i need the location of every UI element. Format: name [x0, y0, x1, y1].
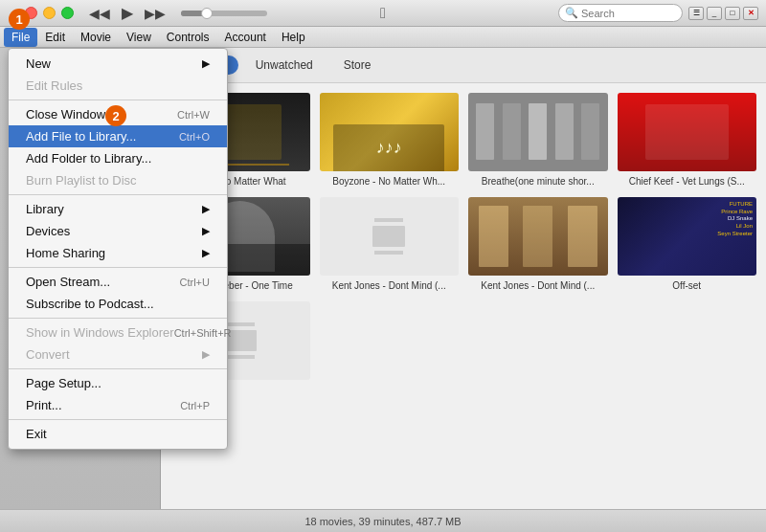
minimize-win-button[interactable]: _: [707, 7, 722, 20]
convert-arrow: ▶: [202, 348, 210, 361]
video-item-3[interactable]: Chief Keef - Vet Lungs (S...: [618, 93, 757, 188]
menu-add-file[interactable]: Add File to Library... Ctrl+O: [9, 125, 227, 147]
menu-open-stream[interactable]: Open Stream... Ctrl+U: [9, 271, 227, 293]
divider-6: [9, 419, 227, 420]
menu-edit[interactable]: Edit: [37, 28, 73, 47]
menu-print[interactable]: Print... Ctrl+P: [9, 394, 227, 416]
divider-5: [9, 368, 227, 369]
search-box[interactable]: 🔍: [558, 4, 683, 22]
library-arrow: ▶: [202, 203, 210, 215]
resize-win-button[interactable]: □: [725, 7, 740, 20]
video-item-2[interactable]: Breathe(one minute shor...: [468, 93, 608, 188]
menu-view[interactable]: View: [119, 28, 159, 47]
search-icon: 🔍: [565, 7, 578, 19]
menu-close-window[interactable]: Close Window Ctrl+W: [9, 103, 227, 125]
divider-3: [9, 267, 227, 268]
content-area: Library Unwatched Store one - No Matter …: [161, 48, 766, 509]
tab-store[interactable]: Store: [330, 55, 385, 75]
status-bar: 18 movies, 39 minutes, 487.7 MB: [0, 509, 766, 532]
video-label-7: Off-set: [618, 279, 757, 292]
menu-library[interactable]: Library ▶: [9, 198, 227, 220]
close-win-button[interactable]: ✕: [743, 7, 758, 20]
video-label-5: Kent Jones - Dont Mind (...: [320, 279, 460, 292]
menu-help[interactable]: Help: [274, 28, 313, 47]
status-text: 18 movies, 39 minutes, 487.7 MB: [304, 516, 461, 527]
menu-show-explorer: Show in Windows Explorer Ctrl+Shift+R: [9, 321, 227, 344]
video-item-6[interactable]: Kent Jones - Dont Mind (...: [468, 197, 608, 292]
minimize-button[interactable]: [43, 7, 56, 19]
list-view-button[interactable]: ☰: [688, 7, 704, 20]
video-item-7[interactable]: FUTURE Prince Rave DJ Snake Lil Jon Seyn…: [618, 197, 757, 292]
menu-account[interactable]: Account: [217, 28, 274, 47]
divider-2: [9, 194, 227, 195]
tab-unwatched[interactable]: Unwatched: [242, 55, 327, 75]
new-arrow: ▶: [202, 57, 210, 70]
video-item-5[interactable]: Kent Jones - Dont Mind (...: [320, 197, 460, 292]
menu-exit[interactable]: Exit: [9, 423, 227, 445]
playback-controls: ◀◀ ▶ ▶▶: [85, 2, 267, 24]
rewind-button[interactable]: ◀◀: [85, 4, 114, 23]
video-label-3: Chief Keef - Vet Lungs (S...: [618, 175, 757, 188]
menu-home-sharing[interactable]: Home Sharing ▶: [9, 242, 227, 264]
apple-logo: : [380, 5, 386, 22]
video-grid: one - No Matter What ♪♪♪ Boyzone - No Ma…: [161, 83, 766, 509]
file-dropdown-menu[interactable]: New ▶ Edit Rules Close Window Ctrl+W Add…: [8, 48, 228, 450]
video-label-1: Boyzone - No Matter Wh...: [320, 175, 460, 188]
menu-new[interactable]: New ▶: [9, 53, 227, 75]
divider-1: [9, 100, 227, 100]
menu-bar: File Edit Movie View Controls Account He…: [0, 27, 766, 48]
step-1-circle: 1: [9, 9, 30, 30]
video-label-6: Kent Jones - Dont Mind (...: [468, 279, 608, 292]
progress-bar[interactable]: [181, 11, 267, 16]
menu-convert: Convert ▶: [9, 344, 227, 366]
menu-controls[interactable]: Controls: [159, 28, 217, 47]
divider-4: [9, 318, 227, 319]
play-button[interactable]: ▶: [118, 2, 137, 24]
menu-page-setup[interactable]: Page Setup...: [9, 372, 227, 394]
menu-file[interactable]: File: [4, 28, 37, 47]
maximize-button[interactable]: [61, 7, 74, 19]
search-input[interactable]: [581, 8, 676, 19]
menu-devices[interactable]: Devices ▶: [9, 220, 227, 242]
video-item-1[interactable]: ♪♪♪ Boyzone - No Matter Wh...: [320, 93, 460, 188]
menu-movie[interactable]: Movie: [73, 28, 119, 47]
video-label-2: Breathe(one minute shor...: [468, 175, 608, 188]
menu-subscribe-podcast[interactable]: Subscribe to Podcast...: [9, 293, 227, 315]
homesharing-arrow: ▶: [202, 247, 210, 259]
menu-edit-rules: Edit Rules: [9, 75, 227, 97]
menu-add-folder[interactable]: Add Folder to Library...: [9, 147, 227, 169]
menu-burn-playlist: Burn Playlist to Disc: [9, 169, 227, 191]
fast-forward-button[interactable]: ▶▶: [141, 4, 169, 23]
title-bar: ◀◀ ▶ ▶▶  🔍 ☰ _ □ ✕: [0, 0, 766, 27]
content-tabs: Library Unwatched Store: [161, 48, 766, 83]
devices-arrow: ▶: [202, 225, 210, 237]
